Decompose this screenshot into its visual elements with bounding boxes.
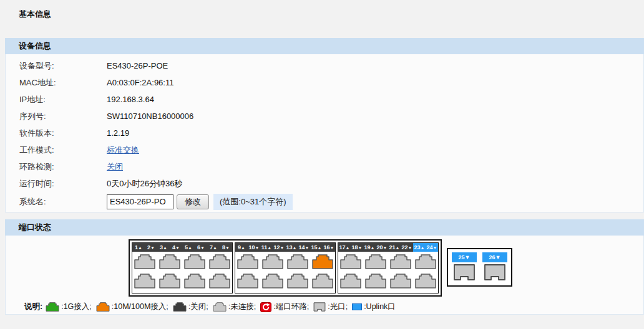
arrow-down-icon: ▼ [305, 246, 310, 250]
rj45-port-6 [184, 274, 205, 290]
device-info-row-value: SW110710NB16000006 [107, 112, 193, 121]
port-label: 3▲ [157, 243, 170, 252]
port-loop-icon [260, 302, 271, 312]
rj45-port-21 [390, 254, 411, 271]
port-label: 11▲ [260, 243, 273, 252]
rj45-port-icon [46, 302, 59, 312]
legend-item-label: :光口; [328, 302, 348, 312]
system-name-input[interactable] [107, 194, 173, 209]
rj45-port-icon [312, 274, 333, 288]
sfp-port-panel: 25▼26▼ [447, 248, 512, 287]
rj45-port-icon [134, 274, 155, 288]
port-label: 8▼ [220, 243, 232, 252]
device-info-row: 环路检测:关闭 [6, 158, 643, 175]
rj45-port-23 [415, 254, 436, 271]
port-label: 17▲ [338, 243, 351, 252]
arrow-up-icon: ▲ [346, 246, 350, 250]
legend-item: :Uplink口 [352, 302, 396, 312]
arrow-down-icon: ▼ [383, 246, 388, 250]
rj45-port-icon [237, 254, 258, 269]
rj45-port-icon [184, 274, 205, 288]
arrow-up-icon: ▲ [293, 246, 297, 250]
rj45-port-icon [184, 254, 205, 269]
rj45-port-icon [96, 302, 110, 312]
port-legend: 说明::1G接入;:10M/100M接入;:关闭;:未连接;:端口环路;:光口;… [24, 302, 643, 312]
port-group-header: 17▲18▼19▲20▼21▲22▼23▲24▼ [338, 243, 438, 252]
device-info-row-label: 运行时间: [6, 178, 107, 189]
system-name-label: 系统名: [6, 196, 107, 207]
device-info-row-value: 1.2.19 [107, 128, 129, 138]
rj45-port-icon [415, 274, 436, 288]
port-status-section: 端口状态 1▲2▼3▲4▼5▲6▼7▲8▼9▲10▼11▲12▼13▲14▼15… [5, 219, 644, 315]
rj45-port-icon [159, 254, 180, 269]
port-label: 6▼ [195, 243, 207, 252]
rj45-port-icon [390, 274, 411, 288]
rj45-port-panel: 1▲2▼3▲4▼5▲6▼7▲8▼9▲10▼11▲12▼13▲14▼15▲16▼1… [129, 239, 442, 297]
rj45-port-icon [134, 254, 155, 269]
rj45-port-4 [159, 274, 180, 290]
port-group-ports [338, 252, 438, 293]
rj45-port-icon [173, 302, 187, 312]
uplink-swatch-icon [352, 303, 362, 310]
device-info-body: 设备型号:ES430-26P-POEMAC地址:A0:03:0F:2A:96:1… [5, 54, 644, 212]
rj45-port-icon [390, 254, 411, 269]
device-info-header: 设备信息 [5, 38, 644, 54]
rj45-port-3 [159, 254, 180, 271]
sfp-port-icon-wrap [453, 264, 476, 282]
legend-icon-wrap [46, 302, 59, 312]
legend-item-label: :端口环路; [273, 302, 309, 312]
device-info-row-value: 0天0小时26分钟36秒 [107, 178, 182, 189]
rj45-port-12 [262, 274, 283, 290]
rj45-port-icon [340, 274, 361, 288]
arrow-up-icon: ▲ [138, 246, 142, 250]
port-status-header: 端口状态 [5, 219, 644, 236]
port-panel-row: 1▲2▼3▲4▼5▲6▼7▲8▼9▲10▼11▲12▼13▲14▼15▲16▼1… [129, 236, 643, 297]
rj45-port-icon [287, 254, 308, 269]
device-info-row-value: ES430-26P-POE [107, 61, 168, 70]
legend-item: :端口环路; [260, 302, 309, 312]
modify-button[interactable]: 修改 [177, 194, 209, 209]
rj45-port-icon [213, 302, 227, 312]
arrow-up-icon: ▲ [421, 246, 425, 250]
rj45-port-icon [262, 274, 283, 288]
rj45-port-5 [184, 254, 205, 271]
port-group: 17▲18▼19▲20▼21▲22▼23▲24▼ [338, 242, 439, 293]
rj45-port-icon [209, 254, 230, 269]
port-group-ports [132, 252, 232, 293]
port-label: 21▲ [388, 243, 401, 252]
system-name-range-hint: (范围:0~31个字符) [213, 194, 293, 210]
legend-item: :关闭; [173, 302, 208, 312]
arrow-up-icon: ▲ [267, 246, 271, 250]
port-group: 1▲2▼3▲4▼5▲6▼7▲8▼ [132, 242, 233, 293]
device-info-row-value-link[interactable]: 关闭 [107, 161, 123, 173]
rj45-port-icon [237, 274, 258, 288]
legend-icon-wrap [260, 302, 271, 312]
device-info-row: 运行时间:0天0小时26分钟36秒 [6, 175, 643, 192]
rj45-port-11 [262, 254, 283, 271]
port-label: 23▲ [413, 243, 426, 252]
sfp-port-icon [453, 264, 476, 280]
device-info-row-value: A0:03:0F:2A:96:11 [107, 78, 173, 87]
sfp-port-icon [313, 302, 326, 312]
port-label: 12▼ [273, 243, 285, 252]
port-group: 9▲10▼11▲12▼13▲14▼15▲16▼ [235, 242, 336, 293]
device-info-row-label: 设备型号: [6, 60, 107, 72]
device-info-row-value-link[interactable]: 标准交换 [107, 145, 139, 156]
device-info-row: 设备型号:ES430-26P-POE [6, 57, 643, 74]
legend-icon-wrap [313, 302, 326, 312]
rj45-port-9 [237, 254, 258, 271]
rj45-port-24 [415, 274, 436, 290]
port-label: 9▲ [235, 243, 248, 252]
rj45-port-icon [415, 254, 436, 269]
device-info-row: 序列号:SW110710NB16000006 [6, 108, 643, 125]
arrow-down-icon: ▼ [150, 246, 155, 250]
rj45-port-icon [312, 254, 333, 269]
port-label: 2▼ [145, 243, 157, 252]
sfp-port-icon-wrap [484, 264, 506, 282]
device-info-row: 工作模式:标准交换 [6, 141, 643, 158]
rj45-port-2 [134, 274, 155, 290]
device-info-rows: 设备型号:ES430-26P-POEMAC地址:A0:03:0F:2A:96:1… [6, 57, 643, 192]
port-group-header: 1▲2▼3▲4▼5▲6▼7▲8▼ [132, 243, 232, 252]
rj45-port-14 [287, 274, 308, 290]
rj45-port-icon [365, 254, 386, 269]
